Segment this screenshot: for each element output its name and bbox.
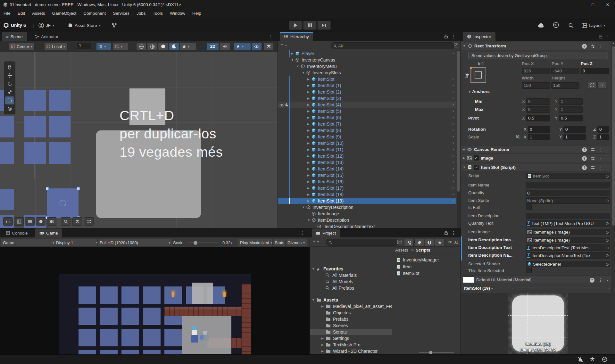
prefab-open-chevron[interactable]: › — [453, 95, 454, 100]
prefab-open-chevron[interactable]: › — [453, 128, 454, 132]
menu-jobs[interactable]: Jobs — [133, 10, 149, 17]
item-slot-script-header[interactable]: ▼ ✓ Item Slot (Script) ? ⋮ — [461, 163, 611, 171]
prefab-open-chevron[interactable]: › — [453, 192, 454, 196]
prefab-open-chevron[interactable]: › — [453, 172, 454, 177]
help-icon[interactable]: ? — [590, 278, 594, 283]
hierarchy-row[interactable]: ▶ItemSlot (5)› — [278, 108, 456, 114]
tab-game[interactable]: Game — [35, 228, 62, 237]
cache-server-icon[interactable] — [590, 357, 595, 363]
rotation-y[interactable]: 0 — [563, 126, 586, 133]
anchor-preset-button[interactable] — [470, 67, 486, 83]
grid-snap-toggle[interactable]: ▾ — [96, 43, 112, 50]
project-search-input[interactable] — [326, 239, 398, 246]
component-kebab[interactable]: ⋮ — [599, 44, 603, 49]
tab-console[interactable]: Console — [2, 228, 32, 237]
prefab-open-chevron[interactable]: › — [453, 185, 454, 190]
move-tool-icon[interactable] — [5, 71, 14, 79]
label-filter-button[interactable] — [414, 239, 424, 246]
hierarchy-row[interactable]: ▶ItemSlot (15)› — [278, 172, 456, 178]
project-menu-kebab[interactable]: ⋮ — [451, 230, 456, 236]
foldout-icon[interactable]: ▶ — [307, 122, 310, 126]
pos-y-input[interactable]: -640 — [551, 68, 579, 74]
thumbnail-zoom-slider[interactable] — [419, 352, 454, 353]
menu-help[interactable]: Help — [189, 10, 205, 17]
foldout-icon[interactable]: ▼ — [312, 298, 315, 302]
preview-titlebar[interactable]: ItemSlot (19) ▾ ⋮ — [461, 284, 615, 294]
canvas-item-slot[interactable] — [0, 142, 14, 164]
preview-object-selector[interactable]: ItemSlot (19) ▾ — [464, 286, 493, 291]
tab-project[interactable]: Project — [312, 228, 340, 237]
menu-window[interactable]: Window — [166, 10, 189, 17]
folder-scripts[interactable]: Scripts — [310, 329, 392, 335]
canvas-item-slot[interactable] — [0, 116, 14, 137]
foldout-icon[interactable]: ▶ — [307, 110, 310, 113]
foldout-icon[interactable]: ▼ — [302, 206, 305, 209]
foldout-icon[interactable]: ▶ — [307, 84, 310, 87]
hierarchy-row[interactable]: ▶ItemSlot (6)› — [278, 114, 456, 121]
prefab-open-chevron[interactable]: › — [453, 147, 454, 152]
hierarchy-row[interactable]: ▶ItemSlot (10)› — [278, 140, 456, 146]
object-field[interactable]: ItemImage (Image)⊙ — [526, 229, 610, 235]
menu-edit[interactable]: Edit — [14, 10, 29, 17]
anchors-min-y[interactable]: 1 — [559, 98, 583, 105]
pos-z-input[interactable]: 0 — [581, 68, 609, 74]
pivot-handle[interactable] — [60, 200, 66, 206]
stripes-icon[interactable] — [25, 217, 35, 226]
lock-icon[interactable] — [444, 231, 448, 236]
search-button[interactable] — [568, 21, 574, 29]
shuffle-icon[interactable] — [84, 217, 94, 226]
foldout-icon[interactable]: ▶ — [307, 116, 310, 119]
foldout-icon[interactable]: ▼ — [296, 65, 299, 68]
pivot-x[interactable]: 0.5 — [526, 115, 550, 121]
grid-size-input[interactable]: 1 — [77, 43, 91, 49]
inspector-scrollbar[interactable]: ▲ — [611, 41, 615, 354]
menu-assets[interactable]: Assets — [29, 10, 49, 17]
effects-dropdown[interactable]: ▾ — [234, 43, 251, 50]
hidden-count[interactable]: 31 — [448, 240, 458, 244]
layout-grid-icon[interactable] — [14, 217, 24, 226]
folder-scenes[interactable]: Scenes — [310, 322, 392, 329]
rect-tool-icon[interactable] — [5, 96, 14, 104]
field-checkbox[interactable] — [526, 204, 532, 210]
foldout-icon[interactable]: ▶ — [321, 337, 324, 340]
component-kebab[interactable]: ⋮ — [599, 165, 603, 170]
cloud-button[interactable] — [538, 21, 544, 29]
foldout-icon[interactable]: ▶ — [307, 129, 310, 132]
hierarchy-menu-kebab[interactable]: ⋮ — [451, 34, 456, 39]
prefab-open-chevron[interactable]: › — [453, 153, 454, 158]
file-itemslot[interactable]: ItemSlot — [392, 270, 461, 277]
lock-icon[interactable] — [444, 34, 448, 39]
folder-wizard-2d-character[interactable]: ▶Wizard - 2D Character — [310, 348, 392, 354]
version-control-button[interactable] — [112, 21, 117, 29]
layers-stack-icon[interactable] — [72, 217, 82, 226]
object-field[interactable]: ItemImage (Image)⊙ — [526, 237, 610, 243]
text-field[interactable]: 0 — [526, 190, 610, 196]
object-field[interactable]: ItemSlot⊙ — [526, 173, 610, 179]
object-field[interactable]: TItemDescriptionNameText (Tex⊙ — [526, 252, 610, 259]
foldout-icon[interactable]: ▶ — [307, 193, 310, 196]
scale-tool-icon[interactable] — [5, 88, 14, 96]
prefab-open-chevron[interactable]: › — [453, 89, 454, 94]
close-button[interactable]: ✕ — [600, 0, 615, 10]
add-object-button[interactable]: + ▾ — [280, 42, 287, 48]
hierarchy-row[interactable]: ▶ItemSlot (2)› — [278, 89, 456, 95]
game-menu-kebab[interactable]: ⋮ — [300, 230, 304, 236]
favorites-item[interactable]: All Materials — [310, 272, 392, 278]
menu-tools[interactable]: Tools — [149, 10, 166, 17]
prefab-open-chevron[interactable]: › — [453, 83, 454, 87]
hierarchy-row[interactable]: ▶ItemSlot (13)› — [278, 159, 456, 166]
raw-edit-button[interactable]: R — [597, 82, 606, 89]
sprite-mask-icon[interactable] — [47, 217, 56, 226]
rect-handle[interactable] — [77, 187, 80, 190]
scale-x[interactable]: 1 — [528, 134, 550, 140]
prefab-open-chevron[interactable]: › — [453, 134, 454, 139]
collapse-icon[interactable]: ▾ — [607, 278, 608, 282]
hierarchy-row[interactable]: ▶ItemSlot (4)› — [278, 102, 456, 108]
snap-increment-dropdown[interactable]: ▾ — [113, 43, 128, 50]
layout-dropdown[interactable]: Layout ▾ — [582, 21, 605, 29]
prefab-open-chevron[interactable]: › — [453, 140, 454, 145]
foldout-icon[interactable]: ▶ — [321, 305, 324, 308]
foldout-icon[interactable]: ▶ — [307, 180, 310, 183]
hierarchy-row[interactable]: ▶ItemSlot (12)› — [278, 153, 456, 159]
foldout-icon[interactable]: ▶ — [307, 199, 310, 203]
